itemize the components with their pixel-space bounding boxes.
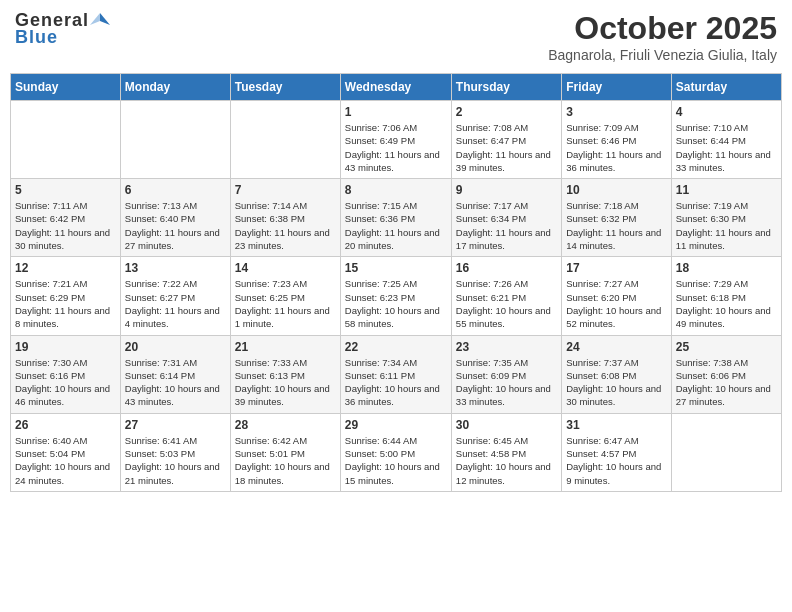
calendar-cell: 6Sunrise: 7:13 AM Sunset: 6:40 PM Daylig…	[120, 179, 230, 257]
day-info: Sunrise: 6:40 AM Sunset: 5:04 PM Dayligh…	[15, 434, 116, 487]
page-header: General Blue October 2025 Bagnarola, Fri…	[10, 10, 782, 63]
day-number: 24	[566, 340, 666, 354]
calendar-cell: 15Sunrise: 7:25 AM Sunset: 6:23 PM Dayli…	[340, 257, 451, 335]
logo-bird-icon	[90, 11, 110, 31]
calendar-cell: 30Sunrise: 6:45 AM Sunset: 4:58 PM Dayli…	[451, 413, 561, 491]
logo-blue-text: Blue	[15, 27, 58, 48]
header-tuesday: Tuesday	[230, 74, 340, 101]
day-number: 5	[15, 183, 116, 197]
day-info: Sunrise: 7:21 AM Sunset: 6:29 PM Dayligh…	[15, 277, 116, 330]
day-info: Sunrise: 7:13 AM Sunset: 6:40 PM Dayligh…	[125, 199, 226, 252]
calendar-cell: 10Sunrise: 7:18 AM Sunset: 6:32 PM Dayli…	[562, 179, 671, 257]
day-number: 25	[676, 340, 777, 354]
calendar-cell: 23Sunrise: 7:35 AM Sunset: 6:09 PM Dayli…	[451, 335, 561, 413]
day-number: 1	[345, 105, 447, 119]
day-info: Sunrise: 7:27 AM Sunset: 6:20 PM Dayligh…	[566, 277, 666, 330]
day-info: Sunrise: 7:30 AM Sunset: 6:16 PM Dayligh…	[15, 356, 116, 409]
day-info: Sunrise: 7:09 AM Sunset: 6:46 PM Dayligh…	[566, 121, 666, 174]
day-info: Sunrise: 7:17 AM Sunset: 6:34 PM Dayligh…	[456, 199, 557, 252]
svg-marker-0	[100, 13, 110, 25]
calendar-cell: 5Sunrise: 7:11 AM Sunset: 6:42 PM Daylig…	[11, 179, 121, 257]
calendar-cell: 14Sunrise: 7:23 AM Sunset: 6:25 PM Dayli…	[230, 257, 340, 335]
day-number: 9	[456, 183, 557, 197]
calendar-cell: 18Sunrise: 7:29 AM Sunset: 6:18 PM Dayli…	[671, 257, 781, 335]
day-info: Sunrise: 7:33 AM Sunset: 6:13 PM Dayligh…	[235, 356, 336, 409]
day-number: 2	[456, 105, 557, 119]
calendar-cell	[11, 101, 121, 179]
day-info: Sunrise: 7:25 AM Sunset: 6:23 PM Dayligh…	[345, 277, 447, 330]
day-info: Sunrise: 6:45 AM Sunset: 4:58 PM Dayligh…	[456, 434, 557, 487]
day-number: 26	[15, 418, 116, 432]
day-info: Sunrise: 7:35 AM Sunset: 6:09 PM Dayligh…	[456, 356, 557, 409]
calendar-cell: 26Sunrise: 6:40 AM Sunset: 5:04 PM Dayli…	[11, 413, 121, 491]
header-thursday: Thursday	[451, 74, 561, 101]
calendar-cell: 21Sunrise: 7:33 AM Sunset: 6:13 PM Dayli…	[230, 335, 340, 413]
calendar-cell: 2Sunrise: 7:08 AM Sunset: 6:47 PM Daylig…	[451, 101, 561, 179]
day-number: 18	[676, 261, 777, 275]
day-info: Sunrise: 6:42 AM Sunset: 5:01 PM Dayligh…	[235, 434, 336, 487]
day-info: Sunrise: 7:31 AM Sunset: 6:14 PM Dayligh…	[125, 356, 226, 409]
header-monday: Monday	[120, 74, 230, 101]
day-number: 15	[345, 261, 447, 275]
calendar-cell: 28Sunrise: 6:42 AM Sunset: 5:01 PM Dayli…	[230, 413, 340, 491]
calendar-cell: 25Sunrise: 7:38 AM Sunset: 6:06 PM Dayli…	[671, 335, 781, 413]
svg-marker-1	[90, 13, 100, 25]
day-info: Sunrise: 7:34 AM Sunset: 6:11 PM Dayligh…	[345, 356, 447, 409]
logo: General Blue	[15, 10, 111, 48]
calendar-cell: 7Sunrise: 7:14 AM Sunset: 6:38 PM Daylig…	[230, 179, 340, 257]
day-number: 22	[345, 340, 447, 354]
calendar-week-row: 1Sunrise: 7:06 AM Sunset: 6:49 PM Daylig…	[11, 101, 782, 179]
day-info: Sunrise: 7:10 AM Sunset: 6:44 PM Dayligh…	[676, 121, 777, 174]
day-number: 30	[456, 418, 557, 432]
location-title: Bagnarola, Friuli Venezia Giulia, Italy	[548, 47, 777, 63]
calendar-cell: 9Sunrise: 7:17 AM Sunset: 6:34 PM Daylig…	[451, 179, 561, 257]
calendar-cell: 19Sunrise: 7:30 AM Sunset: 6:16 PM Dayli…	[11, 335, 121, 413]
calendar-week-row: 5Sunrise: 7:11 AM Sunset: 6:42 PM Daylig…	[11, 179, 782, 257]
day-number: 27	[125, 418, 226, 432]
day-number: 13	[125, 261, 226, 275]
day-info: Sunrise: 7:26 AM Sunset: 6:21 PM Dayligh…	[456, 277, 557, 330]
day-info: Sunrise: 7:23 AM Sunset: 6:25 PM Dayligh…	[235, 277, 336, 330]
calendar-cell: 17Sunrise: 7:27 AM Sunset: 6:20 PM Dayli…	[562, 257, 671, 335]
calendar-cell: 22Sunrise: 7:34 AM Sunset: 6:11 PM Dayli…	[340, 335, 451, 413]
day-number: 10	[566, 183, 666, 197]
calendar-cell: 4Sunrise: 7:10 AM Sunset: 6:44 PM Daylig…	[671, 101, 781, 179]
header-sunday: Sunday	[11, 74, 121, 101]
day-info: Sunrise: 7:06 AM Sunset: 6:49 PM Dayligh…	[345, 121, 447, 174]
day-number: 19	[15, 340, 116, 354]
day-number: 4	[676, 105, 777, 119]
day-info: Sunrise: 6:44 AM Sunset: 5:00 PM Dayligh…	[345, 434, 447, 487]
header-friday: Friday	[562, 74, 671, 101]
calendar-week-row: 12Sunrise: 7:21 AM Sunset: 6:29 PM Dayli…	[11, 257, 782, 335]
calendar-cell: 27Sunrise: 6:41 AM Sunset: 5:03 PM Dayli…	[120, 413, 230, 491]
day-number: 29	[345, 418, 447, 432]
day-info: Sunrise: 7:19 AM Sunset: 6:30 PM Dayligh…	[676, 199, 777, 252]
day-info: Sunrise: 7:08 AM Sunset: 6:47 PM Dayligh…	[456, 121, 557, 174]
calendar-cell: 24Sunrise: 7:37 AM Sunset: 6:08 PM Dayli…	[562, 335, 671, 413]
title-area: October 2025 Bagnarola, Friuli Venezia G…	[548, 10, 777, 63]
day-info: Sunrise: 7:37 AM Sunset: 6:08 PM Dayligh…	[566, 356, 666, 409]
day-info: Sunrise: 7:18 AM Sunset: 6:32 PM Dayligh…	[566, 199, 666, 252]
calendar-cell: 1Sunrise: 7:06 AM Sunset: 6:49 PM Daylig…	[340, 101, 451, 179]
calendar-cell: 31Sunrise: 6:47 AM Sunset: 4:57 PM Dayli…	[562, 413, 671, 491]
day-info: Sunrise: 6:41 AM Sunset: 5:03 PM Dayligh…	[125, 434, 226, 487]
calendar-cell: 16Sunrise: 7:26 AM Sunset: 6:21 PM Dayli…	[451, 257, 561, 335]
calendar-header-row: SundayMondayTuesdayWednesdayThursdayFrid…	[11, 74, 782, 101]
day-number: 7	[235, 183, 336, 197]
calendar-week-row: 19Sunrise: 7:30 AM Sunset: 6:16 PM Dayli…	[11, 335, 782, 413]
day-number: 14	[235, 261, 336, 275]
calendar-table: SundayMondayTuesdayWednesdayThursdayFrid…	[10, 73, 782, 492]
day-number: 16	[456, 261, 557, 275]
day-number: 17	[566, 261, 666, 275]
day-info: Sunrise: 7:22 AM Sunset: 6:27 PM Dayligh…	[125, 277, 226, 330]
header-wednesday: Wednesday	[340, 74, 451, 101]
calendar-week-row: 26Sunrise: 6:40 AM Sunset: 5:04 PM Dayli…	[11, 413, 782, 491]
calendar-cell: 11Sunrise: 7:19 AM Sunset: 6:30 PM Dayli…	[671, 179, 781, 257]
day-number: 11	[676, 183, 777, 197]
day-number: 8	[345, 183, 447, 197]
day-number: 12	[15, 261, 116, 275]
day-number: 21	[235, 340, 336, 354]
calendar-cell: 12Sunrise: 7:21 AM Sunset: 6:29 PM Dayli…	[11, 257, 121, 335]
day-number: 20	[125, 340, 226, 354]
day-info: Sunrise: 7:38 AM Sunset: 6:06 PM Dayligh…	[676, 356, 777, 409]
